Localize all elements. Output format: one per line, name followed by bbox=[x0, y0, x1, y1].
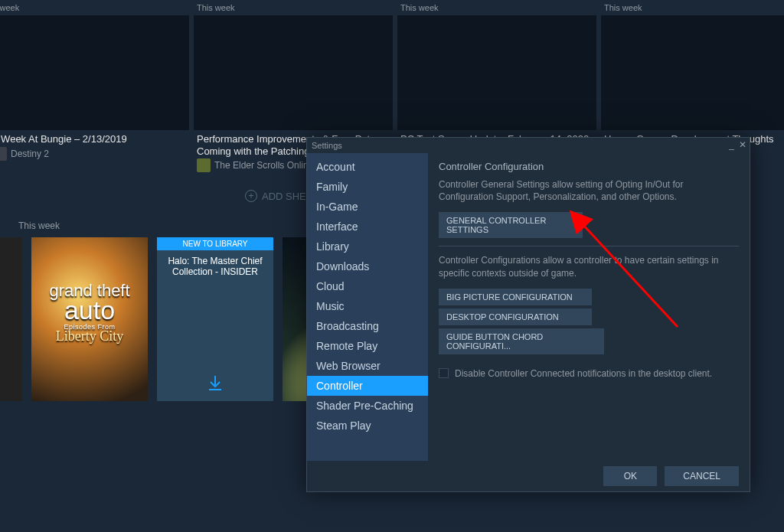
nav-family[interactable]: Family bbox=[307, 177, 428, 197]
nav-interface[interactable]: Interface bbox=[307, 217, 428, 237]
nav-downloads[interactable]: Downloads bbox=[307, 256, 428, 276]
nav-in-game[interactable]: In-Game bbox=[307, 197, 428, 217]
nav-web-browser[interactable]: Web Browser bbox=[307, 356, 428, 376]
ok-button[interactable]: OK bbox=[603, 466, 657, 486]
content-heading: Controller Configuration bbox=[439, 161, 739, 172]
settings-window-title: Settings bbox=[312, 141, 342, 150]
big-picture-configuration-button[interactable]: BIG PICTURE CONFIGURATION bbox=[439, 289, 592, 305]
news-source-label: The Elder Scrolls Online bbox=[214, 160, 313, 171]
game-icon bbox=[197, 158, 211, 172]
settings-nav: Account Family In-Game Interface Library… bbox=[307, 153, 428, 461]
nav-shader-pre-caching[interactable]: Shader Pre-Caching bbox=[307, 396, 428, 416]
game-capsule-gta[interactable]: grand theft auto Episodes From Liberty C… bbox=[31, 237, 148, 401]
add-shelf-button[interactable]: + ADD SHEL bbox=[245, 190, 312, 202]
disable-notifications-label: Disable Controller Connected notificatio… bbox=[455, 368, 712, 379]
news-thumbnail bbox=[194, 15, 393, 130]
nav-broadcasting[interactable]: Broadcasting bbox=[307, 316, 428, 336]
news-source: Destiny 2 bbox=[0, 147, 189, 161]
news-timeframe: This week bbox=[194, 3, 393, 15]
divider bbox=[439, 246, 739, 246]
cancel-button[interactable]: CANCEL bbox=[665, 466, 739, 486]
minimize-icon[interactable]: _ bbox=[729, 139, 734, 150]
news-thumbnail bbox=[601, 15, 784, 130]
news-thumbnail bbox=[397, 15, 596, 130]
add-shelf-label: ADD SHEL bbox=[262, 191, 312, 202]
gta-logo-city: Liberty City bbox=[39, 330, 140, 342]
nav-library[interactable]: Library bbox=[307, 237, 428, 256]
game-capsule-new[interactable]: NEW TO LIBRARY Halo: The Master Chief Co… bbox=[157, 237, 273, 401]
game-icon bbox=[0, 147, 7, 161]
news-timeframe: s week bbox=[0, 3, 189, 15]
settings-footer: OK CANCEL bbox=[307, 461, 750, 491]
download-icon bbox=[206, 374, 224, 392]
nav-account[interactable]: Account bbox=[307, 157, 428, 177]
general-controller-settings-button[interactable]: GENERAL CONTROLLER SETTINGS bbox=[439, 212, 583, 238]
nav-cloud[interactable]: Cloud bbox=[307, 276, 428, 296]
nav-controller[interactable]: Controller bbox=[307, 376, 428, 396]
news-thumbnail bbox=[0, 15, 189, 130]
close-icon[interactable]: ✕ bbox=[739, 139, 746, 150]
news-card[interactable]: s week s Week At Bungie – 2/13/2019 Dest… bbox=[0, 3, 189, 161]
news-timeframe: This week bbox=[601, 3, 784, 15]
content-description: Controller General Settings allow settin… bbox=[439, 178, 739, 203]
game-capsule-title: Halo: The Master Chief Collection - INSI… bbox=[163, 256, 267, 277]
nav-remote-play[interactable]: Remote Play bbox=[307, 336, 428, 356]
nav-steam-play[interactable]: Steam Play bbox=[307, 416, 428, 436]
disable-notifications-checkbox[interactable] bbox=[439, 368, 449, 378]
plus-circle-icon: + bbox=[245, 190, 257, 202]
gta-logo-text: auto bbox=[39, 299, 140, 322]
settings-content-panel: Controller Configuration Controller Gene… bbox=[428, 153, 750, 461]
content-description: Controller Configurations allow a contro… bbox=[439, 254, 739, 279]
guide-button-chord-configuration-button[interactable]: GUIDE BUTTON CHORD CONFIGURATI... bbox=[439, 328, 604, 354]
news-source-label: Destiny 2 bbox=[11, 149, 49, 159]
desktop-configuration-button[interactable]: DESKTOP CONFIGURATION bbox=[439, 308, 592, 325]
settings-dialog: Settings _ ✕ Account Family In-Game Inte… bbox=[306, 137, 750, 492]
nav-music[interactable]: Music bbox=[307, 296, 428, 316]
settings-titlebar[interactable]: Settings _ ✕ bbox=[307, 138, 750, 153]
news-timeframe: This week bbox=[397, 3, 596, 15]
new-to-library-banner: NEW TO LIBRARY bbox=[157, 237, 273, 250]
game-capsule[interactable] bbox=[0, 237, 22, 401]
news-title: s Week At Bungie – 2/13/2019 bbox=[0, 130, 189, 147]
